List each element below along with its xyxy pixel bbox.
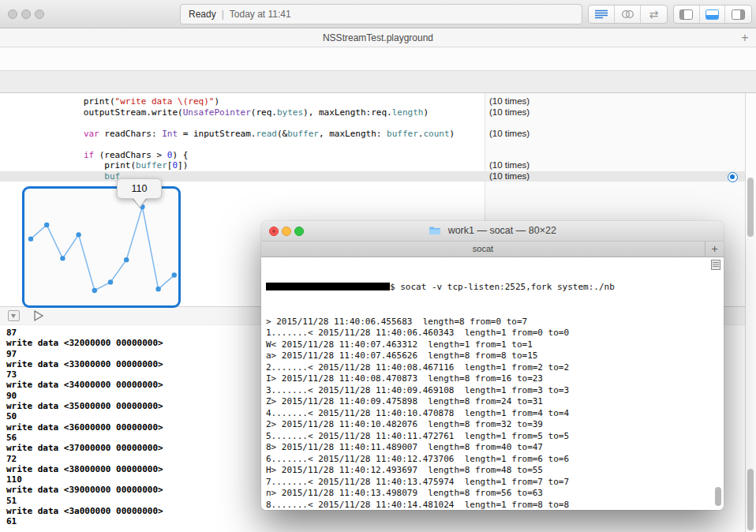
screen: Ready | Today at 11:41 ⇄ [0,0,756,532]
terminal-line: I> 2015/11/28 11:40:08.470873 length=8 f… [266,373,615,385]
terminal-line: a> 2015/11/28 11:40:07.465626 length=8 f… [266,350,615,362]
console-line: write data <33000000 00000000> [6,359,163,369]
console-line: 87 [6,328,163,338]
standard-editor-button[interactable] [589,6,615,23]
build-status: Ready [189,9,216,20]
assistant-editor-button[interactable] [615,6,641,23]
status-time: Today at 11:41 [230,9,291,20]
console-line: write data <35000000 00000000> [6,401,163,411]
playground-result[interactable]: (10 times) [489,129,530,140]
split-pane-icon[interactable] [711,260,720,270]
find-bar: Find buffer 5 ✕ ‹ › Done [0,71,756,93]
terminal-line: 6.......< 2015/11/28 11:40:12.473706 len… [266,454,615,466]
terminal-title: work1 — socat — 80×22 [261,225,724,236]
debug-area-button[interactable] [700,6,726,23]
editor-scrollbar-thumb[interactable] [747,178,754,237]
terminal-line: 7.......< 2015/11/28 11:40:13.475974 len… [266,477,615,489]
window-title-bar: NSStreamTest.playground + [0,28,756,47]
run-button[interactable] [33,309,44,322]
xcode-toolbar: Ready | Today at 11:41 ⇄ [0,0,756,28]
terminal-tab[interactable]: socat [261,244,705,253]
console-line: 110 [6,474,163,485]
terminal-text: $ socat -v tcp-listen:2525,fork system:.… [266,259,615,510]
console-line: write data <34000000 00000000> [6,380,163,390]
console-line: 72 [6,454,163,464]
console-line: 56 [6,433,163,443]
terminal-line: 1.......< 2015/11/28 11:40:06.460343 len… [266,328,615,339]
new-tab-button[interactable]: + [739,31,751,45]
code-line[interactable]: outputStream.write(UnsafePointer(req.byt… [0,107,745,118]
scrollbar-track [745,93,756,532]
playground-result[interactable]: (10 times) [489,96,530,107]
version-editor-button[interactable]: ⇄ [641,6,667,23]
console-line: 50 [6,411,163,421]
console-line: write data <38000000 00000000> [6,464,163,474]
show-result-toggle[interactable] [728,172,738,182]
folder-icon [429,226,441,235]
hide-debug-area-button[interactable] [8,310,20,321]
zoom-window-button[interactable] [35,9,44,19]
playground-chart-popover [22,186,181,308]
debug-area-icon [705,9,719,20]
terminal-window: work1 — socat — 80×22 socat + $ socat -v… [261,221,724,510]
line-chart [24,189,178,305]
value-tooltip: 110 [117,178,162,199]
standard-editor-icon [595,9,608,19]
console-line: write data <39000000 00000000> [6,485,163,495]
terminal-line: 2.......< 2015/11/28 11:40:08.467116 len… [266,362,615,374]
terminal-line: 3.......< 2015/11/28 11:40:09.469108 len… [266,385,615,397]
terminal-line: > 2015/11/28 11:40:06.455683 length=8 fr… [266,317,615,328]
terminal-title-bar[interactable]: work1 — socat — 80×22 [261,221,724,242]
view-control [673,5,752,24]
activity-viewer: Ready | Today at 11:41 [180,4,582,24]
navigator-panel-button[interactable] [674,6,700,23]
terminal-body[interactable]: $ socat -v tcp-listen:2525,fork system:.… [261,257,724,510]
console-line: write data <32000000 00000000> [6,338,163,348]
terminal-line: 8> 2015/11/28 11:40:11.489007 length=8 f… [266,442,615,454]
playground-result[interactable]: (10 times) [489,160,530,171]
terminal-line: 4.......< 2015/11/28 11:40:10.470878 len… [266,408,615,420]
terminal-scrollbar-thumb[interactable] [715,487,721,506]
playground-result[interactable]: (10 times) [489,171,530,182]
code-line[interactable] [0,139,745,150]
playground-result[interactable]: (10 times) [489,107,530,118]
console-line: write data <37000000 00000000> [6,443,163,453]
terminal-tab-bar: socat + [261,242,724,257]
terminal-line: 5.......< 2015/11/28 11:40:11.472761 len… [266,431,615,443]
code-line[interactable]: print("write data \(req)")(10 times) [0,96,745,107]
code-line[interactable]: buf(10 times) [0,171,745,182]
code-line[interactable] [0,118,745,129]
terminal-prompt-line: $ socat -v tcp-listen:2525,fork system:.… [266,282,615,294]
utilities-panel-button[interactable] [725,6,751,23]
utilities-panel-icon [732,9,745,20]
code-lines: print("write data \(req)")(10 times) out… [0,96,745,182]
code-line[interactable]: var readChars: Int = inputStream.read(&b… [0,129,745,140]
terminal-new-tab-button[interactable]: + [705,242,724,257]
console-scrollbar-thumb[interactable] [747,469,754,530]
minimize-window-button[interactable] [21,9,31,19]
redacted-prompt [266,283,390,290]
terminal-command: $ socat -v tcp-listen:2525,fork system:.… [390,282,615,292]
version-editor-icon: ⇄ [649,9,659,20]
navigator-panel-icon [679,9,693,20]
code-line[interactable]: if (readChars > 0) { [0,150,745,161]
status-divider: | [222,9,224,20]
console-line: 90 [6,391,163,401]
editor-mode-control: ⇄ [588,5,668,24]
console-line: 73 [6,369,163,380]
terminal-title-text: work1 — socat — 80×22 [448,225,556,236]
window-title: NSStreamTest.playground [323,32,433,43]
code-line[interactable]: print(buffer[0])(10 times) [0,160,745,171]
terminal-line: 2> 2015/11/28 11:40:10.482076 length=8 f… [266,419,615,431]
close-window-button[interactable] [8,9,17,19]
terminal-line: Z> 2015/11/28 11:40:09.475898 length=8 f… [266,396,615,408]
assistant-editor-icon [621,9,634,19]
console-output: 87write data <32000000 00000000>97write … [6,328,163,527]
terminal-line: W< 2015/11/28 11:40:07.463312 length=1 f… [266,339,615,351]
console-line: write data <3a000000 00000000> [6,506,163,516]
terminal-output: > 2015/11/28 11:40:06.455683 length=8 fr… [266,317,615,511]
jump-bar: ‹ › NSStreamTest [0,47,756,71]
terminal-line: 8.......< 2015/11/28 11:40:14.481024 len… [266,500,615,511]
console-line: 51 [6,496,163,506]
console-line: 97 [6,349,163,359]
